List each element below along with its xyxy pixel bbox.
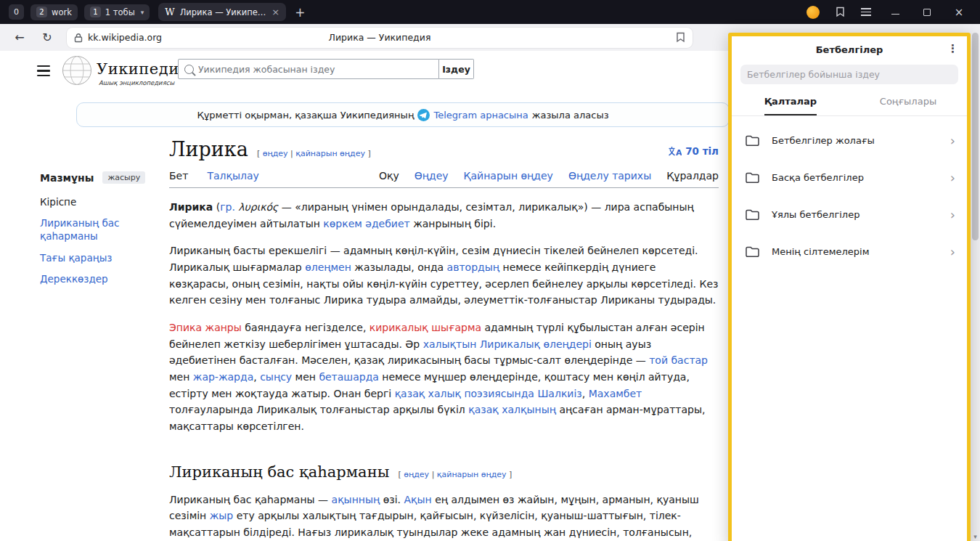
- paragraph-4: Лириканың бас қаһарманы — ақынның өзі. А…: [169, 492, 719, 541]
- tab-title: Лирика — Уикипедия: [180, 7, 267, 17]
- wiki-search-button[interactable]: Іздеу: [439, 59, 474, 79]
- chevron-right-icon: ›: [950, 133, 955, 148]
- back-button[interactable]: ←: [12, 30, 28, 44]
- page-tabs: Бет Талқылау Оқу Өңдеу Қайнарын өңдеу Өң…: [169, 170, 719, 188]
- banner-text-pre: Құрметті оқырман, қазақша Уикипедияның: [197, 110, 414, 121]
- window-close-button[interactable]: ×: [951, 6, 967, 19]
- edit-source-link[interactable]: қайнарын өңдеу: [295, 149, 365, 158]
- edit-link[interactable]: өңдеу: [263, 149, 288, 158]
- tab-folders[interactable]: Қалталар: [732, 89, 849, 115]
- tab-group-count: 2: [36, 7, 47, 17]
- tab-edit-source[interactable]: Қайнарын өңдеу: [464, 170, 553, 182]
- browser-menu-icon[interactable]: [861, 8, 871, 16]
- folder-icon: [745, 171, 760, 184]
- rewards-icon[interactable]: [807, 6, 820, 19]
- chevron-down-icon[interactable]: ▾: [141, 9, 144, 16]
- translate-icon: A: [668, 146, 682, 157]
- folder-row-bookmarks-bar[interactable]: Бетбелгілер жолағы ›: [732, 122, 967, 159]
- paragraph-1: Лирика (гр. λυρικός — «лираның үнімен ор…: [169, 199, 719, 232]
- wikipedia-favicon: W: [165, 7, 174, 17]
- folder-icon: [745, 245, 760, 258]
- search-icon: [184, 65, 194, 74]
- bookmarks-panel-title: Бетбелгілер: [816, 44, 883, 55]
- section-edit-links: [ өңдеу | қайнарын өңдеу ]: [398, 470, 512, 479]
- telegram-icon: [417, 109, 430, 121]
- table-of-contents: Мазмұны жасыру Кіріспе Лириканың бас қаһ…: [40, 171, 159, 285]
- tab-recent[interactable]: Соңғылары: [849, 89, 967, 115]
- page-scrollbar[interactable]: ▾: [971, 24, 980, 541]
- bookmark-flag-icon[interactable]: [676, 32, 685, 46]
- toc-item-intro[interactable]: Кіріспе: [40, 195, 159, 208]
- folder-row-my-links[interactable]: Менің сілтемелерім ›: [732, 233, 967, 270]
- title-edit-links: [ өңдеу | қайнарын өңдеу ]: [257, 149, 371, 158]
- chevron-right-icon: ›: [950, 244, 955, 259]
- telegram-banner: Құрметті оқырман, қазақша Уикипедияның T…: [76, 102, 730, 127]
- bookmarks-search-box[interactable]: [740, 65, 958, 84]
- scrollbar-thumb[interactable]: [972, 33, 979, 240]
- scrollbar-down-arrow[interactable]: ▾: [971, 533, 980, 540]
- active-browser-tab[interactable]: W Лирика — Уикипедия ×: [158, 3, 286, 21]
- tabbar-right-controls: ×: [807, 6, 973, 19]
- browser-tab-bar: 0 2 work 1 1 тобы ▾ W Лирика — Уикипедия…: [0, 0, 980, 24]
- reload-button[interactable]: ↻: [39, 30, 55, 44]
- edit-link[interactable]: өңдеу: [404, 470, 429, 479]
- window-restore-button[interactable]: [919, 9, 935, 16]
- address-bar[interactable]: kk.wikipedia.org Лирика — Уикипедия: [67, 28, 693, 48]
- language-count: 70 тіл: [685, 145, 719, 157]
- toc-item-hero[interactable]: Лириканың бас қаһарманы: [40, 216, 159, 243]
- tab-group-zero[interactable]: 0: [9, 4, 24, 20]
- bookmarks-tabs: Қалталар Соңғылары: [732, 89, 967, 116]
- wikipedia-logo[interactable]: [62, 55, 92, 89]
- folder-icon: [745, 134, 760, 147]
- hamburger-menu-icon[interactable]: [37, 65, 50, 76]
- kebab-menu-icon[interactable]: ⋮: [947, 42, 958, 55]
- language-button[interactable]: A 70 тіл: [668, 145, 719, 157]
- folder-icon: [745, 208, 760, 221]
- paragraph-2: Лириканың басты ерекшелігі — адамның көң…: [169, 243, 719, 309]
- toc-item-seealso[interactable]: Тағы қараңыз: [40, 251, 159, 264]
- bookmarks-search-input[interactable]: [747, 69, 952, 80]
- wiki-search: Іздеу: [178, 59, 474, 79]
- chevron-right-icon: ›: [950, 207, 955, 222]
- wikipedia-tagline: Ашық энциклопедиясы: [99, 79, 174, 86]
- toc-title: Мазмұны: [40, 172, 94, 184]
- toc-item-sources[interactable]: Дереккөздер: [40, 272, 159, 285]
- folder-row-other-bookmarks[interactable]: Басқа бетбелгілер ›: [732, 159, 967, 196]
- tab-close-icon[interactable]: ×: [271, 7, 279, 17]
- chevron-right-icon: ›: [950, 170, 955, 185]
- section-heading: Лириканың бас қаһарманы: [169, 463, 389, 481]
- bookmarks-folder-list: Бетбелгілер жолағы › Басқа бетбелгілер ›…: [732, 116, 967, 270]
- wiki-search-box[interactable]: [178, 59, 439, 79]
- tab-group-label: work: [52, 7, 72, 17]
- tab-tools[interactable]: Құралдар: [666, 170, 719, 182]
- new-tab-button[interactable]: +: [295, 5, 305, 20]
- tab-group-toby[interactable]: 1 1 тобы ▾: [84, 4, 150, 20]
- url-text: kk.wikipedia.org: [88, 32, 162, 43]
- tab-group-work[interactable]: 2 work: [30, 4, 78, 20]
- tab-page[interactable]: Бет: [169, 170, 188, 182]
- tab-group-label: 1 тобы: [105, 7, 135, 17]
- edit-source-link[interactable]: қайнарын өңдеу: [437, 470, 507, 479]
- page-title: Лирика: [169, 138, 248, 160]
- wiki-search-input[interactable]: [198, 64, 433, 75]
- article: Лирика [ өңдеу | қайнарын өңдеу ] A 70 т…: [169, 138, 719, 541]
- toc-hide-button[interactable]: жасыру: [102, 171, 145, 184]
- tab-history[interactable]: Өңделу тарихы: [568, 170, 651, 182]
- tab-edit[interactable]: Өңдеу: [415, 170, 449, 182]
- collections-icon[interactable]: [836, 7, 845, 17]
- banner-text-post: жазыла аласыз: [532, 110, 609, 121]
- svg-text:A: A: [676, 147, 682, 157]
- tab-read[interactable]: Оқу: [379, 170, 399, 182]
- paragraph-3: Эпика жанры баяндауға негізделсе, кирика…: [169, 320, 719, 435]
- tab-talk[interactable]: Талқылау: [207, 170, 258, 182]
- window-minimize-button[interactable]: [887, 9, 903, 15]
- tab-group-count: 1: [90, 7, 101, 17]
- folder-row-mobile-bookmarks[interactable]: Ұялы бетбелгілер ›: [732, 196, 967, 233]
- telegram-banner-link[interactable]: Telegram арнасына: [433, 110, 528, 121]
- bookmarks-panel: Бетбелгілер ⋮ Қалталар Соңғылары Бетбелг…: [728, 33, 971, 541]
